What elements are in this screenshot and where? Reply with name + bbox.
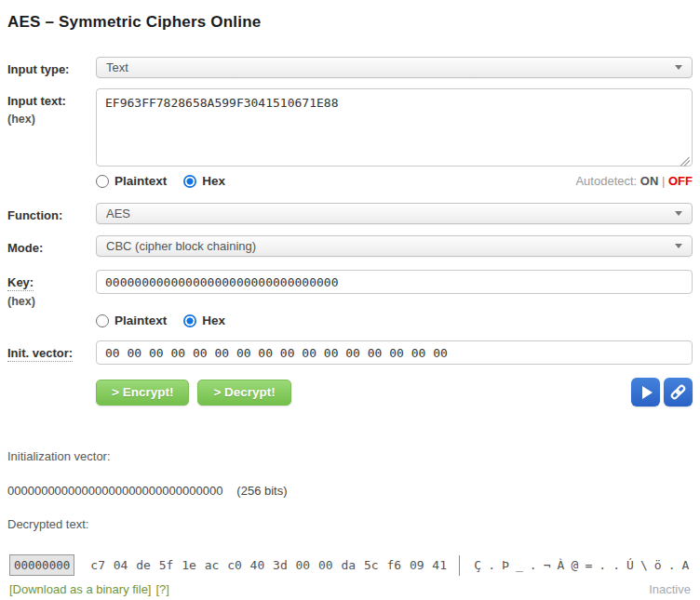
key-input[interactable] bbox=[96, 270, 693, 294]
init-vector-label: Init. vector: bbox=[7, 346, 73, 362]
decrypt-button[interactable]: > Decrypt! bbox=[197, 380, 290, 406]
hex-byte: f6 bbox=[386, 558, 401, 572]
ascii-char: . bbox=[485, 558, 499, 572]
hex-byte: 5c bbox=[364, 558, 379, 572]
mode-select[interactable]: CBC (cipher block chaining) bbox=[96, 235, 693, 257]
chevron-down-icon bbox=[675, 65, 682, 70]
share-link-button[interactable] bbox=[664, 378, 693, 407]
plaintext-radio[interactable] bbox=[96, 314, 109, 327]
plaintext-radio-label: Plaintext bbox=[114, 174, 167, 188]
ascii-char: . bbox=[610, 558, 624, 572]
download-binary-link[interactable]: [Download as a binary file] bbox=[9, 582, 151, 596]
hexdump-divider bbox=[459, 555, 460, 576]
key-hex-sublabel: (hex) bbox=[7, 295, 96, 308]
input-type-row: Input type: Text bbox=[7, 57, 693, 78]
autodetect-control: Autodetect: ON | OFF bbox=[575, 174, 693, 188]
ascii-char: @ bbox=[568, 558, 582, 572]
ascii-char: = bbox=[582, 558, 596, 572]
run-button[interactable] bbox=[631, 378, 660, 407]
function-selected-value: AES bbox=[106, 207, 667, 220]
plaintext-radio[interactable] bbox=[96, 175, 109, 188]
autodetect-divider: | bbox=[662, 174, 665, 188]
help-link[interactable]: [?] bbox=[155, 582, 168, 596]
chevron-down-icon bbox=[675, 211, 682, 216]
ascii-char: \ bbox=[637, 558, 651, 572]
play-icon bbox=[642, 386, 653, 399]
iv-bits: (256 bits) bbox=[236, 484, 287, 498]
plaintext-radio-label: Plaintext bbox=[114, 313, 167, 327]
mode-selected-value: CBC (cipher block chaining) bbox=[106, 239, 667, 253]
hex-radio-label: Hex bbox=[202, 174, 225, 188]
aes-tool-page: AES – Symmetric Ciphers Online Input typ… bbox=[0, 0, 700, 596]
encrypt-button[interactable]: > Encrypt! bbox=[96, 380, 189, 406]
input-type-select[interactable]: Text bbox=[96, 57, 693, 78]
autodetect-on-toggle[interactable]: ON bbox=[640, 174, 659, 188]
ascii-char: Ç bbox=[471, 558, 485, 572]
mode-label: Mode: bbox=[7, 241, 43, 255]
decrypted-text-label: Decrypted text: bbox=[7, 517, 693, 531]
ascii-char: . bbox=[526, 558, 540, 572]
hex-byte: da bbox=[341, 558, 356, 572]
key-format-plaintext-option[interactable]: Plaintext bbox=[96, 313, 183, 327]
iv-result-value: 00000000000000000000000000000000 bbox=[7, 484, 222, 498]
ascii-char: . bbox=[665, 558, 679, 572]
link-icon bbox=[668, 382, 688, 402]
input-format-hex-option[interactable]: Hex bbox=[183, 174, 242, 188]
iv-result-label: Initialization vector: bbox=[7, 449, 693, 463]
hex-byte: 3d bbox=[273, 558, 288, 572]
init-vector-input[interactable] bbox=[96, 340, 693, 365]
function-select[interactable]: AES bbox=[96, 203, 693, 224]
input-text-hex-sublabel: (hex) bbox=[7, 113, 96, 126]
hex-byte: 04 bbox=[114, 558, 128, 572]
input-format-row: Plaintext Hex Autodetect: ON | OFF bbox=[96, 174, 693, 188]
hex-radio[interactable] bbox=[183, 175, 196, 188]
ascii-char: . bbox=[596, 558, 610, 572]
ascii-char: Ú bbox=[624, 558, 638, 572]
function-row: Function: AES bbox=[7, 203, 693, 224]
hex-byte: 1e bbox=[182, 558, 196, 572]
hex-byte: c7 bbox=[90, 558, 105, 572]
hex-byte: 00 bbox=[318, 558, 333, 572]
input-format-plaintext-option[interactable]: Plaintext bbox=[96, 174, 183, 188]
iv-result-line: 00000000000000000000000000000000(256 bit… bbox=[7, 484, 693, 498]
input-type-label: Input type: bbox=[7, 62, 69, 76]
input-text-area[interactable]: EF963FF7828658A599F3041510671E88 bbox=[96, 88, 693, 167]
input-type-selected-value: Text bbox=[106, 60, 667, 74]
hex-byte: 5f bbox=[159, 558, 174, 572]
hexdump-offset: 00000000 bbox=[9, 554, 74, 576]
status-indicator: Inactive bbox=[649, 582, 691, 596]
key-format-row: Plaintext Hex bbox=[96, 313, 693, 327]
key-row: Key: (hex) bbox=[7, 270, 693, 308]
autodetect-off-toggle[interactable]: OFF bbox=[668, 174, 693, 188]
hex-byte: 41 bbox=[432, 558, 447, 572]
ascii-char: ¬ bbox=[540, 558, 554, 572]
input-text-row: Input text: (hex) EF963FF7828658A599F304… bbox=[7, 88, 693, 170]
key-label: Key: bbox=[7, 275, 34, 291]
chevron-down-icon bbox=[675, 244, 682, 248]
actions-row: > Encrypt! > Decrypt! bbox=[96, 378, 693, 407]
bottom-row: [Download as a binary file][?] Inactive bbox=[7, 582, 693, 596]
key-format-hex-option[interactable]: Hex bbox=[183, 313, 242, 327]
hex-byte: 09 bbox=[410, 558, 424, 572]
hex-byte: ac bbox=[205, 558, 220, 572]
page-title: AES – Symmetric Ciphers Online bbox=[7, 13, 693, 32]
ascii-char: ö bbox=[651, 558, 665, 572]
input-text-label: Input text: bbox=[7, 94, 66, 108]
hex-byte: 00 bbox=[295, 558, 310, 572]
hexdump-row: 00000000 c7 04 de 5f 1e ac c0 40 3d 00 0… bbox=[9, 554, 693, 576]
hex-radio-label: Hex bbox=[202, 313, 225, 327]
hex-byte: 40 bbox=[250, 558, 265, 572]
ascii-char: À bbox=[554, 558, 568, 572]
ascii-char: Þ bbox=[499, 558, 513, 572]
ascii-char: A bbox=[679, 558, 693, 572]
init-vector-row: Init. vector: bbox=[7, 340, 693, 365]
hex-byte: de bbox=[136, 558, 151, 572]
ascii-char: _ bbox=[512, 558, 526, 572]
results-section: Initialization vector: 00000000000000000… bbox=[7, 449, 693, 596]
mode-row: Mode: CBC (cipher block chaining) bbox=[7, 235, 693, 257]
hex-byte: c0 bbox=[227, 558, 242, 572]
function-label: Function: bbox=[7, 208, 62, 222]
hex-radio[interactable] bbox=[183, 314, 196, 327]
autodetect-label: Autodetect: bbox=[575, 174, 637, 188]
